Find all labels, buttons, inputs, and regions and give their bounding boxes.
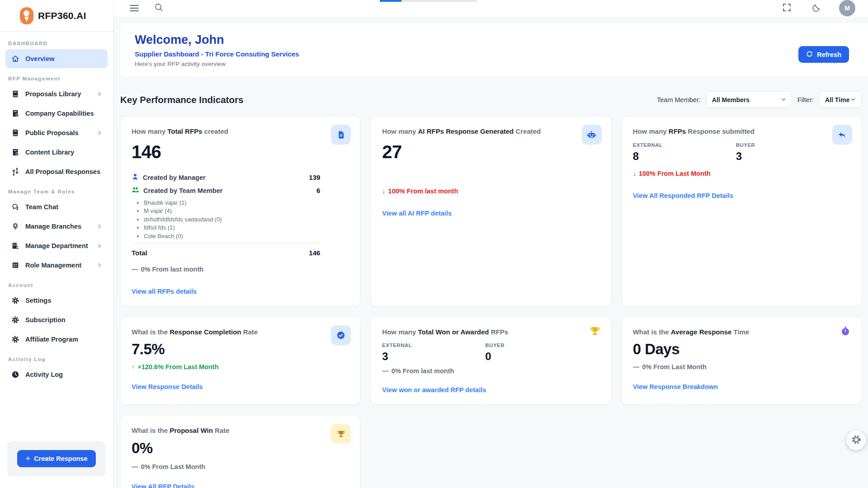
people-icon: [132, 186, 139, 195]
chat-bubbles-icon: [11, 203, 19, 211]
notebook-gear-icon: [11, 109, 19, 118]
sidebar-item-overview[interactable]: Overview: [5, 49, 108, 68]
floating-settings-button[interactable]: [846, 431, 866, 450]
team-member-select[interactable]: All Members: [706, 91, 792, 108]
sidebar-item-manage-branches[interactable]: Manage Branches: [5, 217, 108, 236]
stat-row-manager: Created by Manager 139: [132, 173, 320, 182]
section-activity-log: Activity Log: [0, 349, 113, 365]
sidebar-item-role-management[interactable]: Role Management: [5, 256, 108, 275]
book-icon: [11, 129, 19, 137]
fullscreen-icon: [783, 3, 791, 13]
kpi-header: Key Performance Indicators Team Member: …: [120, 91, 862, 108]
sidebar-item-label: Company Capabilities: [25, 110, 94, 117]
sidebar-item-team-chat[interactable]: Team Chat: [5, 197, 108, 216]
sidebar-item-label: Subscription: [25, 316, 66, 324]
kpi-filters: Team Member: All Members Filter: All Tim…: [657, 91, 862, 108]
create-response-button[interactable]: + Create Response: [17, 450, 96, 467]
sidebar-item-label: Overview: [25, 55, 55, 62]
moon-icon: [812, 3, 821, 14]
dark-mode-button[interactable]: [809, 0, 824, 16]
fullscreen-button[interactable]: [780, 0, 794, 16]
external-col: EXTERNAL 3: [382, 343, 485, 363]
change-indicator: —0% From Last Month: [633, 363, 850, 371]
refresh-label: Refresh: [817, 51, 841, 58]
view-response-breakdown-link[interactable]: View Response Breakdown: [633, 383, 718, 390]
sidebar-item-public-proposals[interactable]: Public Proposals: [5, 123, 108, 142]
card-title: How many AI RFPs Response Generated Crea…: [382, 127, 599, 136]
gear-icon: [11, 316, 19, 324]
file-icon: [331, 125, 351, 145]
sidebar-item-company-capabilities[interactable]: Company Capabilities: [5, 104, 108, 123]
view-won-awarded-link[interactable]: View won or awarded RFP details: [382, 386, 486, 394]
app: RFP360.AI DASHBOARD Overview RFP Managem…: [0, 0, 868, 488]
sidebar-item-manage-department[interactable]: Manage Department: [5, 236, 108, 255]
sidebar-item-label: Manage Department: [25, 242, 88, 249]
total-rfps-breakdown: Created by Manager 139 Created by Team M…: [132, 173, 349, 257]
team-member-value: All Members: [712, 96, 750, 103]
chevron-right-icon: [97, 91, 102, 97]
gear-icon: [11, 335, 19, 344]
card-title: How many Total RFPs created: [132, 127, 349, 136]
section-dashboard: DASHBOARD: [0, 33, 113, 49]
clock-icon: [11, 371, 19, 379]
change-indicator: —0% From last month: [382, 367, 599, 375]
search-button[interactable]: [151, 0, 166, 16]
refresh-button[interactable]: Refresh: [798, 46, 849, 63]
compare-arrows-icon: [11, 168, 19, 176]
building-person-icon: [11, 242, 19, 250]
view-responded-rfp-link[interactable]: View All Responded RFP Details: [633, 192, 733, 199]
sidebar-nav: DASHBOARD Overview RFP Management Propos…: [0, 32, 113, 436]
time-filter-select[interactable]: All Time: [819, 91, 862, 108]
sidebar-item-label: Settings: [25, 297, 51, 304]
buyer-col: BUYER 0: [485, 343, 588, 363]
change-indicator: —0% From Last Month: [132, 463, 349, 470]
kpi-card-won-awarded: How many Total Won or Awarded RFPs EXTER…: [371, 317, 611, 405]
sidebar-item-label: Role Management: [25, 262, 81, 269]
view-response-details-link[interactable]: View Response Details: [132, 383, 203, 390]
sidebar: RFP360.AI DASHBOARD Overview RFP Managem…: [0, 0, 113, 488]
stat-row-total: Total 146: [132, 249, 320, 257]
list-item: Bhautik vajar (1): [144, 199, 320, 206]
welcome-subtitle: Supplier Dashboard - Tri Force Consuting…: [135, 50, 854, 58]
list-item: dsfsdfsfdfdsfds sadasdasd (0): [144, 216, 320, 223]
sidebar-item-settings[interactable]: Settings: [5, 291, 108, 310]
logo-text: RFP360.AI: [38, 10, 86, 21]
check-circle-icon: [331, 325, 351, 345]
topbar-right: M: [780, 0, 855, 16]
kpi-card-response-completion: What is the Response Completion Rate 7.5…: [120, 317, 360, 405]
home-icon: [11, 55, 19, 63]
loading-progress-fill: [380, 0, 401, 2]
robot-icon: [582, 125, 602, 145]
hamburger-icon: [130, 5, 139, 11]
view-ai-rfp-link[interactable]: View all AI RFP details: [382, 210, 452, 217]
sidebar-item-all-proposal-responses[interactable]: All Proposal Responses: [5, 162, 108, 181]
plus-icon: +: [26, 455, 31, 463]
sidebar-item-label: Proposals Library: [25, 90, 81, 98]
team-member-label: Team Member:: [657, 96, 701, 103]
card-title: How many RFPs Response submitted: [633, 127, 850, 136]
section-manage-team: Manage Team & Roles: [0, 182, 113, 197]
refresh-icon: [806, 51, 813, 59]
external-col: EXTERNAL 8: [633, 142, 736, 163]
view-all-rfp-details-link[interactable]: View All RFP Details: [132, 483, 194, 488]
logo[interactable]: RFP360.AI: [0, 0, 113, 32]
hamburger-menu-button[interactable]: [127, 2, 142, 14]
total-rfps-value: 146: [132, 142, 349, 162]
kpi-grid: How many Total RFPs created 146 Created …: [120, 116, 862, 488]
sidebar-item-activity-log[interactable]: Activity Log: [5, 365, 108, 384]
sidebar-item-content-library[interactable]: Content Library: [5, 143, 108, 162]
topbar: M: [113, 0, 868, 16]
kpi-heading: Key Performance Indicators: [120, 94, 243, 105]
trophy-icon: [589, 325, 601, 337]
sidebar-item-label: All Proposal Responses: [25, 168, 100, 175]
change-indicator: ↓100% From Last Month: [633, 170, 850, 177]
submitted-breakdown: EXTERNAL 8 BUYER 3: [633, 142, 850, 163]
sidebar-item-subscription[interactable]: Subscription: [5, 310, 108, 329]
view-all-rfps-link[interactable]: View all RFPs details: [132, 288, 197, 295]
sidebar-item-proposals-library[interactable]: Proposals Library: [5, 84, 108, 103]
sidebar-item-affiliate-program[interactable]: Affiliate Program: [5, 330, 108, 349]
chevron-right-icon: [97, 263, 102, 268]
time-filter-value: All Time: [825, 96, 849, 103]
filter-label: Filter:: [797, 96, 814, 103]
user-avatar[interactable]: M: [839, 0, 855, 16]
